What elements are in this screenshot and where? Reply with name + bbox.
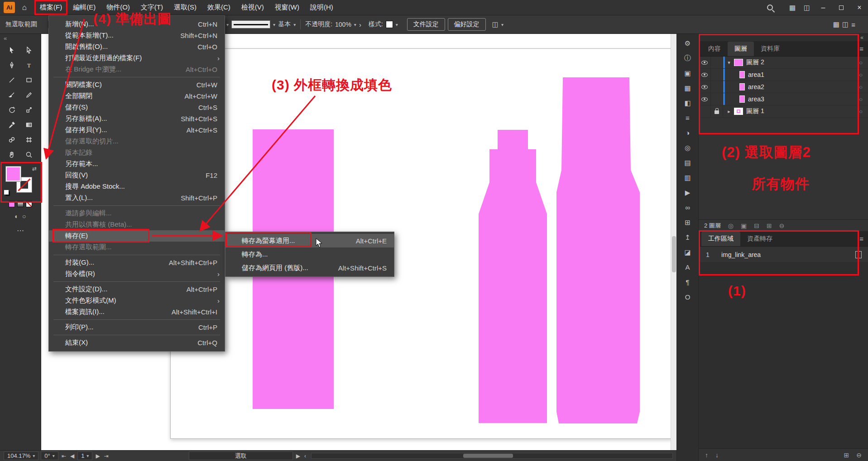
paintbrush-tool[interactable] bbox=[3, 87, 20, 102]
file-menu-item-close[interactable]: 關閉檔案(C)Ctrl+W bbox=[49, 79, 225, 90]
file-menu-item-open[interactable]: 開啟舊檔(O)...Ctrl+O bbox=[49, 41, 225, 52]
rotate-tool[interactable] bbox=[3, 102, 20, 117]
next-artboard-icon[interactable]: ▶ bbox=[95, 453, 101, 459]
zoom-tool[interactable] bbox=[20, 147, 38, 162]
gradient-icon[interactable]: ◧ bbox=[677, 95, 698, 110]
expand-chevron-icon[interactable]: ▾ bbox=[725, 60, 733, 66]
move-up-icon[interactable]: ↑ bbox=[705, 451, 708, 459]
appearance-toggle-icon[interactable]: ▦ bbox=[833, 20, 839, 29]
pen-tool[interactable] bbox=[3, 57, 20, 72]
tab-properties[interactable]: 內容 bbox=[701, 42, 728, 56]
menu-effect[interactable]: 效果(C) bbox=[202, 0, 235, 14]
object-name[interactable]: area1 bbox=[748, 71, 764, 78]
file-menu-item-save[interactable]: 儲存(S)Ctrl+S bbox=[49, 102, 225, 113]
layer-row-layer2[interactable]: ▾ 圖層 2 ○ bbox=[699, 57, 868, 69]
draw-normal-icon[interactable]: ◐ bbox=[15, 213, 19, 220]
document-setup-button[interactable]: 文件設定 bbox=[407, 18, 445, 31]
file-menu-item-document-color-mode[interactable]: 文件色彩模式(M)› bbox=[49, 295, 225, 306]
tab-asset-export[interactable]: 資產轉存 bbox=[740, 232, 779, 246]
move-down-icon[interactable]: ↓ bbox=[715, 451, 719, 459]
menu-file[interactable]: 檔案(F) bbox=[35, 0, 67, 14]
default-fill-stroke-icon[interactable] bbox=[4, 190, 9, 195]
visibility-eye-icon[interactable] bbox=[701, 61, 708, 65]
screen-mode-icon[interactable]: ○ bbox=[22, 213, 26, 220]
target-circle-icon[interactable]: ○ bbox=[859, 71, 863, 78]
opacity-value[interactable]: 100% bbox=[335, 21, 351, 28]
scroll-left-icon[interactable]: ‹ bbox=[303, 453, 307, 459]
zoom-control[interactable]: 104.17% ▾ bbox=[4, 451, 38, 460]
submenu-item-save-for-web-legacy[interactable]: 儲存為網頁用 (舊版)...Alt+Shift+Ctrl+S bbox=[225, 261, 394, 275]
layer-thumbnail[interactable] bbox=[734, 108, 743, 115]
file-menu-item-export[interactable]: 轉存(E)› bbox=[49, 230, 225, 242]
type-tool[interactable]: T bbox=[20, 57, 38, 72]
file-menu-item-print[interactable]: 列印(P)...Ctrl+P bbox=[49, 322, 225, 333]
opacity-more-icon[interactable]: › bbox=[359, 21, 361, 29]
collapse-panels-icon[interactable]: « bbox=[860, 34, 863, 41]
character-icon[interactable]: A bbox=[677, 260, 698, 275]
style-chip[interactable] bbox=[386, 21, 393, 28]
object-name[interactable]: area3 bbox=[748, 95, 764, 103]
workspace-switcher-icon[interactable]: ▦ bbox=[786, 4, 799, 12]
align-glyph-icon[interactable]: ◫ bbox=[492, 20, 499, 29]
menu-object[interactable]: 物件(O) bbox=[101, 0, 135, 14]
direct-selection-tool[interactable] bbox=[20, 43, 38, 57]
eyedropper-tool[interactable] bbox=[3, 117, 20, 132]
locate-object-icon[interactable]: ◎ bbox=[728, 222, 734, 229]
file-menu-item-new-from-template[interactable]: 從範本新增(T)...Shift+Ctrl+N bbox=[49, 30, 225, 41]
delete-artboard-icon[interactable]: ⊖ bbox=[856, 451, 862, 459]
file-menu-item-new[interactable]: 新增(N)...Ctrl+N bbox=[49, 19, 225, 30]
first-artboard-icon[interactable]: ⇤ bbox=[61, 453, 67, 459]
file-menu-item-save-as[interactable]: 另存新檔(A)...Shift+Ctrl+S bbox=[49, 113, 225, 124]
visibility-eye-icon[interactable] bbox=[701, 97, 708, 101]
restore-button[interactable] bbox=[833, 0, 850, 15]
shape-bottle-small[interactable] bbox=[479, 130, 547, 423]
layer-row-area2[interactable]: area2 ○ bbox=[699, 81, 868, 93]
style-caret-icon[interactable]: ▾ bbox=[396, 22, 398, 27]
file-menu-item-place[interactable]: 置入(L)...Shift+Ctrl+P bbox=[49, 192, 225, 204]
clipping-mask-icon[interactable]: ▣ bbox=[741, 222, 747, 229]
info-icon[interactable]: ⓘ bbox=[677, 51, 698, 66]
blend-tool[interactable] bbox=[3, 132, 20, 147]
basic-caret-icon[interactable]: ▾ bbox=[293, 22, 296, 27]
visibility-eye-icon[interactable] bbox=[701, 73, 708, 77]
fill-swatch[interactable] bbox=[6, 166, 21, 181]
target-circle-icon[interactable]: ○ bbox=[859, 59, 863, 66]
actions-icon[interactable]: ▶ bbox=[677, 185, 698, 200]
brush-caret-icon[interactable]: ▾ bbox=[273, 22, 275, 27]
line-segment-tool[interactable] bbox=[3, 72, 20, 87]
layer-row-area1[interactable]: area1 ○ bbox=[699, 69, 868, 81]
image-trace-icon[interactable]: ◪ bbox=[677, 245, 698, 260]
swap-fill-stroke-icon[interactable]: ⇄ bbox=[32, 166, 37, 172]
lock-cell[interactable] bbox=[711, 69, 723, 81]
home-icon[interactable]: ⌂ bbox=[18, 3, 31, 12]
artboards-panel-icon[interactable]: ▣ bbox=[677, 66, 698, 81]
file-menu-item-document-setup[interactable]: 文件設定(D)...Alt+Ctrl+P bbox=[49, 284, 225, 295]
object-thumbnail[interactable] bbox=[739, 95, 745, 103]
new-layer-icon[interactable]: ⊞ bbox=[767, 222, 772, 229]
dock-layout-icon[interactable]: ◫ bbox=[842, 20, 849, 29]
menu-edit[interactable]: 編輯(E) bbox=[68, 0, 101, 14]
file-menu-item-close-all[interactable]: 全部關閉Alt+Ctrl+W bbox=[49, 90, 225, 102]
object-name[interactable]: area2 bbox=[748, 83, 764, 90]
last-artboard-icon[interactable]: ⇥ bbox=[103, 453, 110, 459]
search-icon[interactable] bbox=[767, 5, 773, 10]
file-menu-item-save-as-template[interactable]: 另存範本... bbox=[49, 158, 225, 170]
transparency-icon[interactable]: ◑ bbox=[677, 125, 698, 140]
object-thumbnail[interactable] bbox=[739, 83, 745, 90]
none-chip[interactable] bbox=[26, 201, 32, 207]
new-sublayer-icon[interactable]: ⊟ bbox=[754, 222, 759, 229]
target-circle-icon[interactable]: ○ bbox=[859, 84, 863, 90]
shape-bottle-large[interactable] bbox=[556, 77, 640, 423]
status-play-icon[interactable]: ▶ bbox=[295, 453, 301, 459]
layer-name[interactable]: 圖層 2 bbox=[746, 58, 764, 67]
submenu-item-export-as[interactable]: 轉存為... bbox=[225, 247, 394, 261]
file-menu-item-file-info[interactable]: 檔案資訊(I)...Alt+Shift+Ctrl+I bbox=[49, 306, 225, 318]
file-menu-item-package[interactable]: 封裝(G)...Alt+Shift+Ctrl+P bbox=[49, 257, 225, 268]
artboard-tool[interactable] bbox=[20, 132, 38, 147]
color-chip[interactable] bbox=[9, 201, 15, 207]
tab-layers[interactable]: 圖層 bbox=[728, 42, 754, 56]
menu-help[interactable]: 說明(H) bbox=[305, 0, 338, 14]
swatches-icon[interactable]: ▦ bbox=[677, 81, 698, 95]
opacity-caret-icon[interactable]: ▾ bbox=[354, 22, 356, 27]
submenu-item-export-for-screens[interactable]: 轉存為螢幕適用...Alt+Ctrl+E bbox=[225, 234, 394, 247]
